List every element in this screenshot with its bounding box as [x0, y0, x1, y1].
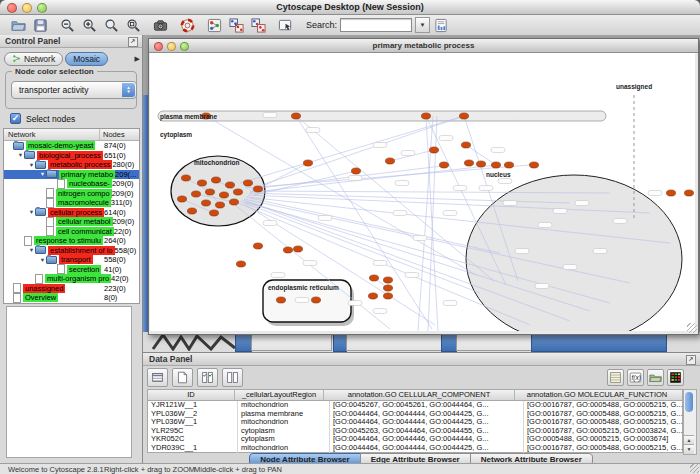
network-node[interactable] [369, 275, 378, 281]
annotation-icon[interactable] [277, 17, 294, 34]
close-button[interactable] [154, 42, 163, 51]
expand-arrow-icon[interactable]: ▼ [28, 247, 35, 253]
search-input[interactable] [340, 18, 412, 32]
float-panel-icon[interactable]: ↗ [128, 37, 138, 47]
tree-item-transport[interactable]: ▼transport558(0) [4, 255, 139, 265]
table-column-header[interactable]: _cellularLayoutRegion [235, 390, 324, 400]
zoom-selected-icon[interactable] [125, 17, 142, 34]
search-dropdown-button[interactable]: ▼ [415, 17, 430, 33]
vizmap-copy-b-icon[interactable] [250, 17, 267, 34]
tree-item-overview[interactable]: Overview8(0) [4, 293, 139, 303]
matrix-icon[interactable] [607, 369, 624, 386]
network-node[interactable] [491, 162, 500, 168]
network-node[interactable] [383, 277, 392, 283]
network-node[interactable] [504, 162, 513, 168]
tab-mosaic[interactable]: Mosaic [65, 52, 108, 66]
network-node[interactable] [283, 247, 292, 253]
tree-item-cellular-process[interactable]: ▼cellular process614(0) [4, 208, 139, 218]
network-node[interactable] [219, 192, 228, 198]
tree-item-primary-metabo[interactable]: ▼primary metabo209(... [4, 170, 139, 180]
table-row[interactable]: YJR121W__1mitochondrion[GO:0045267, GO:0… [148, 401, 682, 410]
network-node[interactable] [236, 261, 245, 267]
search-settings-icon[interactable] [433, 17, 450, 34]
new-attribute-icon[interactable] [172, 368, 193, 387]
table-row[interactable]: YPL036W__2plasma membrane[GO:0044464, GO… [148, 410, 682, 419]
unselect-attributes-icon[interactable] [222, 368, 243, 387]
table-row[interactable]: YDR039C__1mitochondrion[GO:0044464, GO:0… [148, 444, 682, 453]
tree-item-response-to-stimulu[interactable]: response to stimulu264(0) [4, 236, 139, 246]
table-row[interactable]: YKR052Ccytoplasm[GO:0044464, GO:0044446,… [148, 435, 682, 444]
minimize-button[interactable] [22, 3, 32, 13]
table-column-header[interactable]: annotation.GO MOLECULAR_FUNCTION [515, 390, 679, 400]
network-node[interactable] [383, 293, 392, 299]
zoom-button[interactable] [37, 3, 47, 13]
network-node[interactable] [476, 161, 485, 167]
tree-item-multi-organism-pro[interactable]: multi-organism pro42(0) [4, 274, 139, 284]
scrollbar-thumb[interactable] [685, 392, 693, 412]
tree-item-cellular-metabol[interactable]: cellular metabol209(0) [4, 217, 139, 227]
select-nodes-checkbox[interactable]: ✓ [10, 113, 21, 124]
network-node[interactable] [461, 142, 470, 148]
network-node[interactable] [187, 208, 196, 214]
window-resize-grip[interactable] [690, 464, 699, 473]
zoom-button[interactable] [180, 42, 189, 51]
zoom-fit-icon[interactable] [103, 17, 120, 34]
network-node[interactable] [351, 168, 360, 174]
node-color-select[interactable]: transporter activity ▲▼ [11, 81, 137, 99]
network-node[interactable] [276, 297, 285, 303]
select-attributes-icon[interactable] [197, 368, 218, 387]
network-node[interactable] [684, 190, 693, 196]
attribute-table[interactable]: ID_cellularLayoutRegionannotation.GO CEL… [147, 389, 683, 453]
network-node[interactable] [385, 158, 394, 164]
network-node[interactable] [529, 162, 538, 168]
network-node[interactable] [293, 246, 302, 252]
zoom-out-icon[interactable] [59, 17, 76, 34]
tree-item-biological-process[interactable]: ▼biological_process651(0) [4, 151, 139, 161]
network-node[interactable] [233, 189, 242, 195]
network-view-window[interactable]: primary metabolic process plasma membran… [148, 38, 699, 335]
network-node[interactable] [181, 175, 190, 181]
tree-item-unassigned[interactable]: unassigned223(0) [4, 284, 139, 294]
network-node[interactable] [383, 285, 392, 291]
expand-arrow-icon[interactable]: ▼ [28, 162, 35, 168]
network-node[interactable] [253, 243, 262, 249]
table-row[interactable]: YLR295Ccytoplasm[GO:0045263, GO:0044464,… [148, 427, 682, 436]
network-node[interactable] [197, 180, 206, 186]
tree-item-mosaic-demo-yeast[interactable]: mosaic-demo-yeast874(0) [4, 141, 139, 151]
expand-arrow-icon[interactable]: ▼ [39, 171, 46, 177]
network-node[interactable] [459, 113, 468, 119]
tree-item-secretion[interactable]: secretion41(0) [4, 265, 139, 275]
table-column-header[interactable]: annotation.GO CELLULAR_COMPONENT [324, 390, 515, 400]
network-node[interactable] [421, 113, 430, 119]
tree-item-nitrogen-compo[interactable]: nitrogen compo209(0) [4, 189, 139, 199]
window-resize-grip[interactable] [687, 323, 697, 333]
network-node[interactable] [191, 191, 200, 197]
network-node[interactable] [439, 162, 448, 168]
help-icon[interactable] [179, 17, 196, 34]
network-node[interactable] [253, 186, 262, 192]
tree-item-macromolecule[interactable]: macromolecule311(0) [4, 198, 139, 208]
close-button[interactable] [7, 3, 17, 13]
float-panel-icon[interactable]: ↗ [686, 355, 696, 365]
network-node[interactable] [201, 200, 210, 206]
expand-arrow-icon[interactable]: ▼ [28, 209, 35, 215]
expand-arrow-icon[interactable]: ▼ [39, 257, 46, 263]
table-column-header[interactable]: ID [148, 390, 235, 400]
tree-item-metabolic-process[interactable]: ▼metabolic process280(0) [4, 160, 139, 170]
snapshot-icon[interactable] [152, 17, 169, 34]
tree-item-cell-communicat[interactable]: cell communicat22(0) [4, 227, 139, 237]
open-folder-icon[interactable] [10, 17, 27, 34]
network-node[interactable] [464, 160, 473, 166]
network-node[interactable] [205, 189, 214, 195]
tab-scroll-right-icon[interactable]: ▶ [135, 55, 140, 63]
network-node[interactable] [215, 202, 224, 208]
save-icon[interactable] [32, 17, 49, 34]
network-overview-icon[interactable] [206, 17, 223, 34]
minimize-button[interactable] [167, 42, 176, 51]
network-node[interactable] [243, 180, 252, 186]
network-node[interactable] [666, 190, 675, 196]
network-node[interactable] [429, 147, 438, 153]
tree-item-nucleobase-[interactable]: nucleobase-209(0) [4, 179, 139, 189]
network-node[interactable] [229, 199, 238, 205]
table-scrollbar[interactable]: ▲ ▼ [683, 389, 697, 455]
